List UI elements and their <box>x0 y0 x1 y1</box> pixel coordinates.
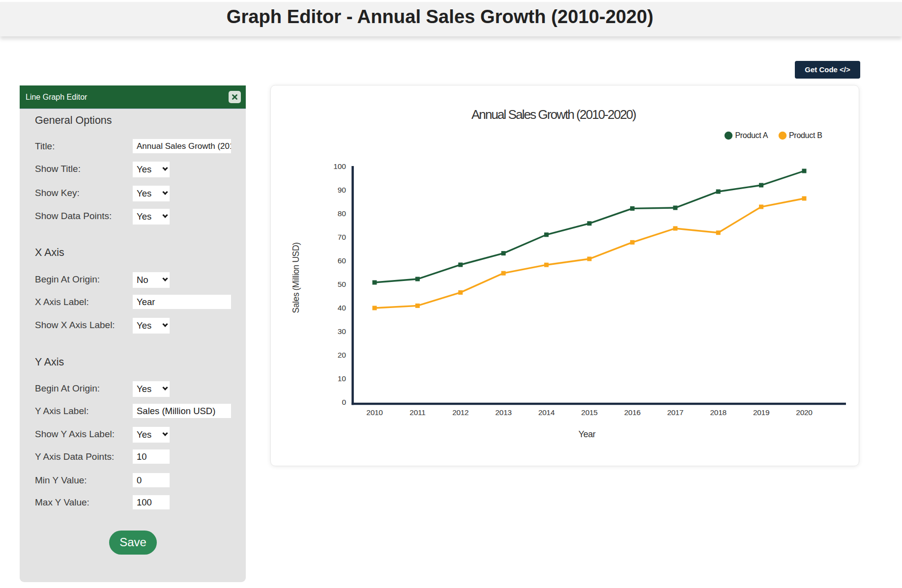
svg-text:2015: 2015 <box>581 408 597 417</box>
svg-text:30: 30 <box>338 327 347 336</box>
svg-text:2018: 2018 <box>710 408 727 417</box>
svg-text:60: 60 <box>338 256 347 265</box>
svg-text:2010: 2010 <box>366 408 383 417</box>
svg-text:2017: 2017 <box>667 408 683 417</box>
svg-text:2013: 2013 <box>495 408 512 417</box>
svg-text:2011: 2011 <box>409 408 425 417</box>
svg-text:90: 90 <box>338 186 347 194</box>
svg-text:0: 0 <box>342 398 346 406</box>
svg-text:100: 100 <box>333 162 346 170</box>
svg-text:Sales (Million USD): Sales (Million USD) <box>291 242 301 313</box>
svg-text:Product A: Product A <box>735 131 768 140</box>
svg-text:80: 80 <box>338 209 347 218</box>
svg-text:70: 70 <box>338 233 347 241</box>
svg-text:2012: 2012 <box>452 408 468 417</box>
svg-text:Year: Year <box>579 429 596 439</box>
svg-text:2020: 2020 <box>796 408 813 417</box>
svg-text:50: 50 <box>338 280 347 288</box>
svg-text:2014: 2014 <box>538 408 555 417</box>
svg-text:40: 40 <box>338 304 347 312</box>
svg-text:Annual Sales Growth (2010-2020: Annual Sales Growth (2010-2020) <box>471 107 636 122</box>
svg-text:2019: 2019 <box>753 408 769 417</box>
svg-text:10: 10 <box>338 374 347 383</box>
svg-text:Product B: Product B <box>789 131 822 140</box>
svg-text:2016: 2016 <box>624 408 640 417</box>
svg-text:20: 20 <box>338 351 347 359</box>
